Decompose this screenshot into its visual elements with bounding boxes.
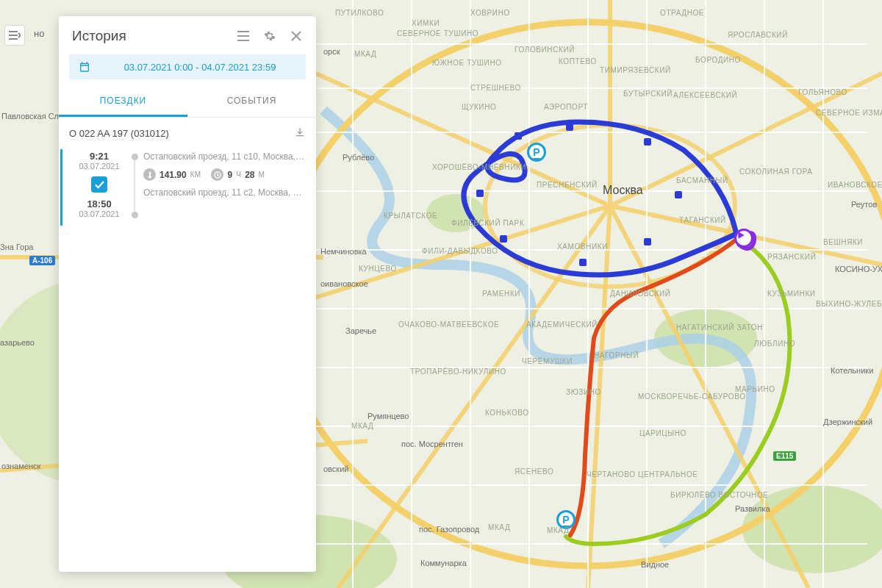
svg-rect-23	[579, 259, 587, 266]
date-range-text: 03.07.2021 0:00 - 04.07.2021 23:59	[101, 62, 298, 73]
panel-title: История	[72, 28, 226, 44]
trip-metrics: 141.90 КМ 9Ч 28М	[143, 168, 306, 181]
settings-button[interactable]	[260, 26, 279, 46]
distance-icon	[143, 168, 156, 181]
close-button[interactable]	[287, 26, 306, 46]
tab-trips[interactable]: ПОЕЗДКИ	[59, 87, 187, 117]
svg-rect-22	[644, 238, 651, 245]
road-badge-e115: E115	[773, 451, 796, 461]
trip-end-address: Остаповский проезд, 11 с2, Москва, Центр…	[143, 187, 306, 198]
trip-end-time: 18:50 03.07.2021	[79, 198, 119, 218]
history-panel: История 03.07.2021 0:00 - 04.07.2021 23:…	[59, 16, 316, 572]
panel-tabs: ПОЕЗДКИ СОБЫТИЯ	[59, 87, 316, 118]
trip-selected-checkbox[interactable]	[91, 176, 107, 193]
trip-item[interactable]: 9:21 03.07.2021 18:50 03.07.2021 Остапов…	[60, 149, 316, 226]
svg-rect-21	[675, 191, 682, 198]
vehicle-id: O 022 AA 197 (031012)	[69, 128, 169, 139]
duration-icon	[211, 168, 223, 181]
svg-rect-20	[644, 138, 651, 146]
trip-start-address: Остаповский проезд, 11 с10, Москва, Цент…	[143, 151, 306, 162]
tab-events[interactable]: СОБЫТИЯ	[187, 87, 316, 117]
svg-rect-19	[566, 123, 573, 131]
svg-rect-25	[476, 190, 484, 197]
panel-header: История	[59, 16, 316, 53]
collapse-sidebar-button[interactable]	[4, 25, 25, 46]
calendar-icon	[76, 61, 93, 73]
download-trip-button[interactable]	[294, 126, 306, 140]
svg-rect-24	[500, 235, 507, 243]
list-view-button[interactable]	[234, 26, 253, 46]
sidebar-fragment-label: но	[34, 28, 44, 39]
svg-rect-18	[514, 132, 522, 140]
trip-start-time: 9:21 03.07.2021	[79, 151, 119, 171]
road-badge-a106: A-106	[29, 256, 55, 265]
trip-header[interactable]: O 022 AA 197 (031012)	[59, 118, 316, 149]
trip-timeline	[126, 151, 143, 218]
date-range-picker[interactable]: 03.07.2021 0:00 - 04.07.2021 23:59	[69, 54, 306, 79]
